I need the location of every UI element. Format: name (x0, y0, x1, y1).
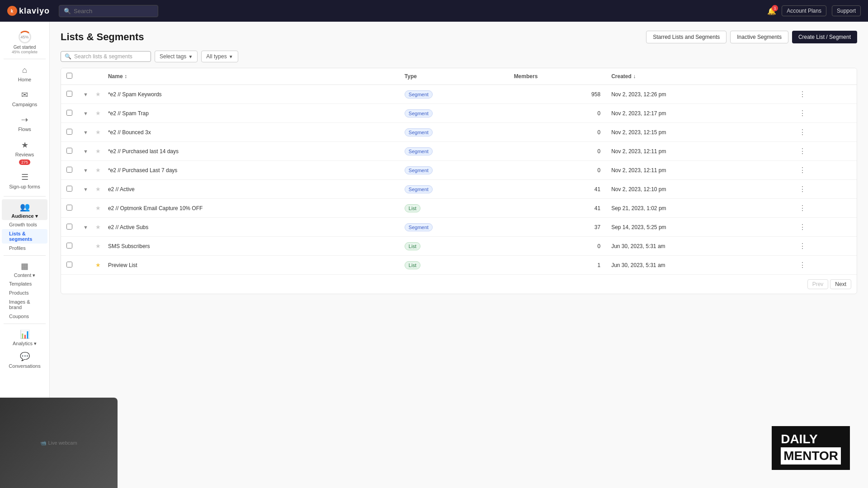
row-star-8[interactable]: ★ (90, 237, 103, 256)
row-checkbox-cell-5[interactable] (61, 180, 78, 199)
support-button[interactable]: Support (832, 5, 861, 16)
row-expand-7[interactable]: ▼ (78, 218, 90, 237)
expand-icon: ▼ (83, 92, 88, 97)
inactive-segments-button[interactable]: Inactive Segments (730, 31, 788, 43)
row-checkbox-8[interactable] (66, 243, 72, 249)
row-star-4[interactable]: ★ (90, 161, 103, 180)
types-filter[interactable]: All types ▼ (201, 51, 238, 62)
search-filter[interactable]: 🔍 (61, 51, 151, 62)
row-actions-7[interactable]: ⋮ (791, 218, 857, 237)
name-header[interactable]: Name ↕ (103, 68, 399, 85)
created-header[interactable]: Created ↓ (606, 68, 791, 85)
more-options-button[interactable]: ⋮ (796, 222, 809, 232)
row-actions-5[interactable]: ⋮ (791, 180, 857, 199)
row-actions-3[interactable]: ⋮ (791, 142, 857, 161)
sidebar-sub-profiles[interactable]: Profiles (2, 244, 47, 253)
sidebar-sub-products[interactable]: Products (2, 288, 47, 297)
sidebar-item-content[interactable]: ▦ Content ▾ (2, 258, 47, 279)
row-checkbox-7[interactable] (66, 224, 72, 230)
row-checkbox-cell-1[interactable] (61, 104, 78, 123)
more-options-button[interactable]: ⋮ (796, 108, 809, 118)
more-options-button[interactable]: ⋮ (796, 146, 809, 156)
row-checkbox-cell-4[interactable] (61, 161, 78, 180)
more-options-button[interactable]: ⋮ (796, 165, 809, 175)
account-plans-button[interactable]: Account Plans (782, 5, 826, 16)
row-checkbox-3[interactable] (66, 148, 72, 154)
row-checkbox-0[interactable] (66, 91, 72, 97)
row-star-2[interactable]: ★ (90, 123, 103, 142)
sidebar-item-flows[interactable]: ⇢ Flows (2, 111, 47, 136)
select-all-header[interactable] (61, 68, 78, 85)
row-checkbox-cell-3[interactable] (61, 142, 78, 161)
sidebar-item-audience[interactable]: 👥 Audience ▾ (2, 199, 47, 220)
row-expand-5[interactable]: ▼ (78, 180, 90, 199)
row-expand-3[interactable]: ▼ (78, 142, 90, 161)
global-search-input[interactable] (74, 8, 153, 14)
sidebar-sub-lists-segments[interactable]: Lists & segments (2, 229, 47, 244)
row-actions-8[interactable]: ⋮ (791, 237, 857, 256)
row-actions-1[interactable]: ⋮ (791, 104, 857, 123)
row-checkbox-cell-8[interactable] (61, 237, 78, 256)
sidebar-item-reviews-label: Reviews (15, 152, 34, 158)
sidebar-item-reviews[interactable]: ★ Reviews 275 (2, 136, 47, 169)
row-name-4: *e2 // Purchased Last 7 days (103, 161, 399, 180)
row-star-7[interactable]: ★ (90, 218, 103, 237)
row-checkbox-cell-0[interactable] (61, 85, 78, 104)
types-filter-label: All types (206, 53, 226, 60)
row-checkbox-6[interactable] (66, 205, 72, 211)
create-list-segment-button[interactable]: Create List / Segment (792, 31, 857, 43)
row-actions-4[interactable]: ⋮ (791, 161, 857, 180)
row-actions-6[interactable]: ⋮ (791, 199, 857, 218)
row-star-6[interactable]: ★ (90, 199, 103, 218)
starred-lists-button[interactable]: Starred Lists and Segments (646, 31, 726, 43)
row-star-1[interactable]: ★ (90, 104, 103, 123)
more-options-button[interactable]: ⋮ (796, 260, 809, 270)
row-expand-0[interactable]: ▼ (78, 85, 90, 104)
sidebar-item-conversations[interactable]: 💬 Conversations (2, 348, 47, 373)
daily-mentor-line2: MENTOR (781, 447, 841, 465)
row-checkbox-9[interactable] (66, 262, 72, 267)
more-options-button[interactable]: ⋮ (796, 241, 809, 251)
sidebar-item-get-started[interactable]: 45% Get started 45% complete (2, 27, 47, 56)
row-expand-1[interactable]: ▼ (78, 104, 90, 123)
type-badge: Segment (405, 90, 433, 99)
more-options-button[interactable]: ⋮ (796, 89, 809, 99)
sidebar-item-campaigns[interactable]: ✉ Campaigns (2, 86, 47, 111)
select-all-checkbox[interactable] (66, 73, 72, 79)
row-checkbox-cell-6[interactable] (61, 199, 78, 218)
row-actions-0[interactable]: ⋮ (791, 85, 857, 104)
more-options-button[interactable]: ⋮ (796, 203, 809, 213)
sidebar-item-home[interactable]: ⌂ Home (2, 62, 47, 86)
next-page-button[interactable]: Next (830, 279, 851, 289)
row-actions-9[interactable]: ⋮ (791, 256, 857, 275)
sidebar-sub-images-brand[interactable]: Images & brand (2, 297, 47, 312)
sidebar-sub-growth-tools[interactable]: Growth tools (2, 220, 47, 229)
row-checkbox-cell-9[interactable] (61, 256, 78, 275)
sidebar-item-analytics[interactable]: 📊 Analytics ▾ (2, 327, 47, 347)
sidebar-item-home-label: Home (18, 77, 31, 83)
notification-icon[interactable]: 🔔 1 (767, 7, 776, 15)
row-checkbox-cell-2[interactable] (61, 123, 78, 142)
sidebar-sub-templates[interactable]: Templates (2, 279, 47, 288)
row-expand-4[interactable]: ▼ (78, 161, 90, 180)
row-actions-2[interactable]: ⋮ (791, 123, 857, 142)
row-checkbox-5[interactable] (66, 186, 72, 192)
row-expand-2[interactable]: ▼ (78, 123, 90, 142)
global-search[interactable]: 🔍 (59, 5, 158, 17)
more-options-button[interactable]: ⋮ (796, 184, 809, 194)
sidebar-sub-coupons[interactable]: Coupons (2, 312, 47, 321)
row-checkbox-2[interactable] (66, 129, 72, 135)
search-lists-input[interactable] (74, 53, 147, 60)
sidebar-item-signup-forms[interactable]: ☰ Sign-up forms (2, 169, 47, 193)
app-logo[interactable]: k klaviyo (7, 6, 50, 16)
row-star-0[interactable]: ★ (90, 85, 103, 104)
row-checkbox-4[interactable] (66, 167, 72, 173)
row-checkbox-cell-7[interactable] (61, 218, 78, 237)
prev-page-button[interactable]: Prev (807, 279, 829, 289)
row-star-5[interactable]: ★ (90, 180, 103, 199)
tags-filter[interactable]: Select tags ▼ (155, 51, 198, 62)
row-star-3[interactable]: ★ (90, 142, 103, 161)
row-checkbox-1[interactable] (66, 110, 72, 116)
row-star-9[interactable]: ★ (90, 256, 103, 275)
more-options-button[interactable]: ⋮ (796, 127, 809, 137)
